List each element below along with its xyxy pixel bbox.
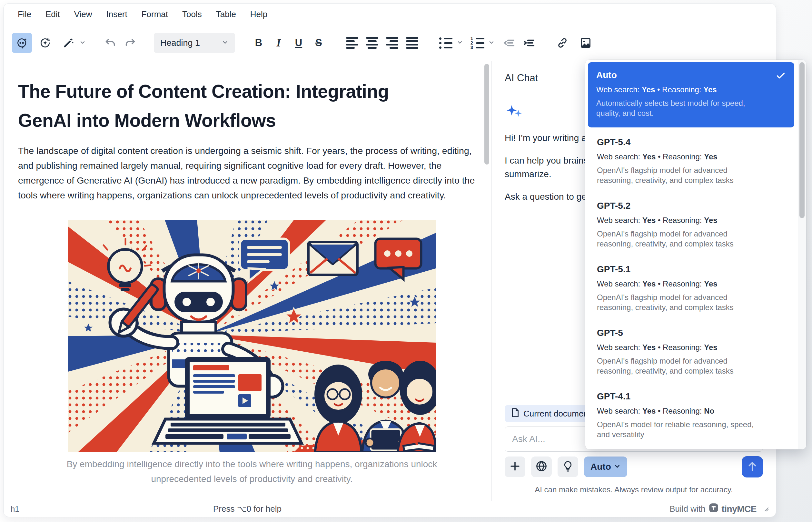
ai-shortcuts-icon [39,37,51,49]
image-button[interactable] [576,33,596,53]
numbered-list-button[interactable]: 1 2 3 [467,33,487,53]
strikethrough-button[interactable]: S [309,33,329,53]
format-select-value: Heading 1 [160,38,222,48]
chevron-down-icon [79,39,86,47]
model-selector-button[interactable]: Auto [584,457,627,477]
undo-icon [104,37,117,49]
context-chip-label: Current document [523,409,590,419]
screen: File Edit View Insert Format Tools Table… [0,0,812,522]
statusbar: h1 Press ⌥0 for help Build with tinyMCE [3,501,776,517]
chevron-down-icon [488,39,495,47]
undo-button[interactable] [100,33,120,53]
align-center-button[interactable] [362,33,382,53]
editor-pane[interactable]: The Future of Content Creation: Integrat… [3,61,492,501]
globe-icon [535,460,547,474]
editor-scrollbar[interactable] [484,64,489,164]
ai-shortcuts-button[interactable] [35,33,55,53]
redo-button[interactable] [120,33,140,53]
dropdown-scrollbar-thumb[interactable] [799,62,805,218]
magic-wand-button[interactable] [58,33,78,53]
menu-table[interactable]: Table [209,6,243,23]
italic-button[interactable]: I [269,33,289,53]
menubar: File Edit View Insert Format Tools Table… [3,3,776,25]
numbered-list-icon: 1 2 3 [470,37,484,49]
justify-icon [406,37,418,49]
model-option-gpt-5-4[interactable]: GPT-5.4 Web search: Yes • Reasoning: Yes… [588,127,794,191]
plus-icon [509,460,521,473]
align-left-icon [346,37,358,49]
align-center-icon [366,37,378,49]
add-attachment-button[interactable] [505,457,525,477]
underline-label: U [295,37,302,49]
image-caption[interactable]: By embedding intelligence directly into … [18,457,486,486]
menu-view[interactable]: View [67,6,99,23]
chevron-down-icon [457,39,463,47]
envelope-doodle [308,242,357,275]
align-right-button[interactable] [382,33,402,53]
ai-chat-toggle-button[interactable] [12,33,32,53]
menu-edit[interactable]: Edit [38,6,67,23]
redo-icon [124,37,137,49]
outdent-icon [502,37,515,49]
numbered-list-chevron[interactable] [487,33,496,53]
menu-insert[interactable]: Insert [99,6,134,23]
web-search-button[interactable] [531,457,552,477]
model-dropdown: Auto Web search: Yes • Reasoning: Yes Au… [585,60,806,449]
context-chip-current-document[interactable]: Current document [505,405,597,422]
bullet-list-icon [439,37,453,49]
document-illustration[interactable] [68,220,436,452]
lightbulb-icon [562,460,574,473]
help-shortcut-hint: Press ⌥0 for help [213,504,282,514]
strikethrough-label: S [315,37,322,49]
magic-wand-menu-chevron[interactable] [78,33,87,53]
send-arrow-icon [746,460,758,474]
chat-controls-row: Auto [505,456,763,478]
document-paragraph[interactable]: The landscape of digital content creatio… [18,143,486,203]
ai-chat-icon [16,37,28,49]
tinymce-logo [709,503,719,515]
model-option-gpt-5-2[interactable]: GPT-5.2 Web search: Yes • Reasoning: Yes… [588,191,794,255]
outdent-button [499,33,519,53]
format-select[interactable]: Heading 1 [154,33,235,53]
align-left-button[interactable] [342,33,362,53]
document-title[interactable]: The Future of Content Creation: Integrat… [18,77,447,135]
suggestions-button[interactable] [558,457,578,477]
bullet-list-chevron[interactable] [456,33,464,53]
resize-handle-icon[interactable] [762,504,769,514]
model-option-auto[interactable]: Auto Web search: Yes • Reasoning: Yes Au… [588,62,794,127]
model-option-gpt-4-1[interactable]: GPT-4.1 Web search: Yes • Reasoning: No … [588,382,794,445]
sparkles-icon [505,117,523,123]
menu-help[interactable]: Help [243,6,274,23]
document-icon [511,408,520,420]
link-icon [556,37,569,49]
model-selector-value: Auto [590,462,611,472]
chevron-down-icon [614,462,621,472]
send-button[interactable] [742,456,763,478]
menu-file[interactable]: File [11,6,38,23]
justify-button[interactable] [402,33,422,53]
element-path[interactable]: h1 [11,505,19,514]
indent-button[interactable] [519,33,539,53]
ai-disclaimer: AI can make mistakes. Always review outp… [505,485,763,494]
model-option-gpt-5-1[interactable]: GPT-5.1 Web search: Yes • Reasoning: Yes… [588,255,794,318]
align-right-icon [386,37,398,49]
indent-icon [522,37,535,49]
bold-label: B [255,37,262,49]
bold-button[interactable]: B [249,33,269,53]
magic-wand-icon [62,37,75,49]
link-button[interactable] [553,33,572,53]
check-icon [775,71,786,82]
underline-button[interactable]: U [289,33,309,53]
model-option-gpt-5[interactable]: GPT-5 Web search: Yes • Reasoning: Yes O… [588,318,794,382]
toolbar: Heading 1 B I U S [3,25,776,61]
branding[interactable]: Build with tinyMCE [669,503,769,515]
italic-label: I [277,37,281,49]
image-icon [579,37,592,49]
menu-tools[interactable]: Tools [175,6,209,23]
menu-format[interactable]: Format [134,6,175,23]
bullet-list-button[interactable] [436,33,456,53]
chevron-down-icon [222,38,229,48]
